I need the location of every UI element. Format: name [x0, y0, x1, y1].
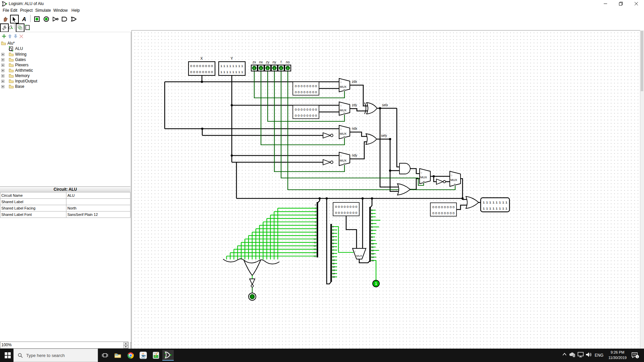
control-pin-no[interactable]: no0 [285, 60, 291, 71]
tree-item-plexers[interactable]: Plexers [1, 62, 29, 68]
control-pin-zy[interactable]: zy0 [265, 60, 271, 71]
constant-block[interactable]: 0 0 0 0 0 0 0 0 0 0 0 0 0 0 0 0 [293, 82, 319, 95]
onedrive-cloud-icon[interactable] [569, 352, 576, 357]
output-display[interactable]: 1 1 1 1 1 1 1 1 1 1 1 1 1 1 1 1 [481, 198, 509, 212]
menu-window[interactable]: Window [52, 8, 69, 13]
property-row[interactable]: Shared Label Facing North [0, 205, 130, 212]
speaker-icon[interactable] [586, 352, 592, 357]
current-circuit-icon [8, 46, 14, 51]
property-value[interactable]: North [66, 205, 130, 212]
scrollbar-thumb[interactable] [641, 31, 643, 91]
property-value[interactable] [66, 199, 130, 205]
and-gate[interactable] [399, 163, 410, 174]
not-gate-ndx[interactable] [323, 133, 333, 138]
bus-wires[interactable] [165, 75, 481, 284]
restore-button[interactable] [613, 0, 629, 7]
view-appearance-button[interactable] [23, 23, 32, 32]
x-input-pin[interactable]: X 0 0 0 0 0 0 0 0 0 0 0 0 0 0 0 0 [189, 56, 215, 75]
menu-edit[interactable]: Edit [9, 8, 18, 13]
expander-icon[interactable] [1, 69, 4, 72]
control-pin-value[interactable]: 0 [260, 67, 262, 70]
logisim-app-button[interactable] [162, 350, 174, 361]
chrome-button[interactable] [125, 350, 136, 361]
expander-icon[interactable] [1, 58, 4, 61]
x-bits-low: 0 0 0 0 0 0 0 0 [190, 70, 213, 74]
constant-block[interactable]: 0 0 0 0 0 0 0 0 0 0 0 0 0 0 0 0 [430, 203, 457, 216]
property-row[interactable]: Circuit Name ALU [0, 192, 130, 199]
menu-file[interactable]: File [2, 8, 10, 13]
tree-item-memory[interactable]: Memory [1, 73, 30, 78]
control-pin-ny[interactable]: ny0 [271, 60, 277, 71]
expander-icon[interactable] [1, 53, 4, 56]
control-pin-nx[interactable]: nx0 [258, 60, 264, 71]
add-not-gate-button[interactable] [52, 15, 60, 23]
constant-block[interactable]: 0 0 0 0 0 0 0 0 0 0 0 0 0 0 0 0 [293, 105, 319, 119]
tree-item-wiring[interactable]: Wiring [1, 52, 26, 57]
control-pin-label: zx [253, 60, 256, 64]
tree-item-arithmetic[interactable]: Arithmetic [1, 68, 33, 73]
zero-flag-gates[interactable]: 0 [223, 259, 279, 300]
start-button[interactable] [5, 352, 11, 358]
mux-down[interactable]: 0 MUX [353, 248, 366, 259]
tree-item-base[interactable]: Base [1, 84, 24, 89]
expander-icon[interactable] [1, 64, 4, 67]
property-row[interactable]: Shared Label Font SansSerif Plain 12 [0, 212, 130, 218]
svg-text:MUX: MUX [340, 109, 346, 112]
mux-f[interactable]: 0 MUX [420, 169, 430, 184]
control-pin-value[interactable]: 0 [273, 67, 275, 70]
control-pin-zx[interactable]: zx0 [251, 60, 257, 71]
menu-help[interactable]: Help [70, 8, 81, 13]
poke-tool-button[interactable] [1, 15, 9, 23]
minimize-button[interactable] [598, 0, 613, 7]
java-button[interactable] [138, 350, 149, 361]
zoom-value[interactable]: 100% [1, 343, 12, 347]
not-gate[interactable] [436, 179, 446, 184]
tree-root-project[interactable]: Alu* [1, 41, 15, 46]
close-button[interactable] [629, 0, 644, 7]
network-icon[interactable] [578, 352, 584, 357]
zoom-spinner[interactable] [123, 342, 128, 348]
add-input-pin-button[interactable] [33, 15, 41, 23]
control-pins[interactable]: zx0nx0zy0ny0f0no0 [251, 60, 291, 71]
add-and-gate-button[interactable] [60, 15, 68, 23]
control-pin-value[interactable]: 0 [280, 67, 282, 70]
control-pin-value[interactable]: 0 [253, 67, 255, 70]
control-pin-value[interactable]: 0 [267, 67, 268, 70]
file-explorer-button[interactable] [112, 350, 123, 361]
language-indicator[interactable]: ENG [595, 353, 603, 358]
y-input-pin[interactable]: Y 1 1 1 1 1 1 1 1 1 1 1 1 1 1 1 1 [219, 56, 245, 75]
notification-center-icon[interactable]: 1 [631, 352, 639, 359]
text-tool-button[interactable]: A [20, 15, 28, 23]
property-value[interactable]: ALU [66, 192, 130, 199]
mux-no[interactable]: 0 MUX [450, 171, 461, 186]
tree-item-alu[interactable]: ALU [8, 46, 23, 51]
tray-time[interactable]: 9:26 PM [608, 350, 627, 354]
expander-icon[interactable] [1, 80, 4, 83]
tray-chevron-icon[interactable] [562, 353, 567, 356]
expander-icon[interactable] [1, 85, 4, 88]
logisim-file-button[interactable] [150, 350, 162, 361]
control-pin-f[interactable]: f0 [278, 60, 284, 71]
property-value[interactable]: SansSerif Plain 12 [66, 212, 130, 218]
task-view-button[interactable] [99, 350, 111, 361]
panel-separator[interactable] [131, 32, 131, 349]
circuit-canvas[interactable]: 0001112223334445556667778889991010101111… [131, 30, 640, 349]
menu-project[interactable]: Project [19, 8, 34, 13]
edit-appearance-button[interactable] [7, 23, 15, 32]
select-tool-button[interactable] [10, 15, 19, 23]
property-row[interactable]: Shared Label [0, 199, 130, 205]
or-gate-output[interactable] [466, 196, 479, 208]
taskbar-search[interactable]: Type here to search [13, 349, 98, 362]
tray-date[interactable]: 11/30/2019 [606, 356, 629, 360]
tree-item-input-output[interactable]: Input/Output [1, 78, 37, 84]
menu-simulate[interactable]: Simulate [34, 8, 52, 13]
tree-item-gates[interactable]: Gates [1, 57, 26, 62]
add-or-gate-button[interactable] [70, 15, 78, 23]
expander-icon[interactable] [1, 74, 4, 77]
or-gate[interactable] [397, 184, 410, 195]
add-output-pin-button[interactable] [42, 15, 50, 23]
control-pin-value[interactable]: 0 [287, 67, 288, 70]
out-bit-pin[interactable]: 1 [373, 280, 379, 287]
constant-block[interactable]: 0 0 0 0 0 0 0 0 0 0 0 0 0 0 0 0 [333, 202, 359, 216]
not-gate-ndy[interactable] [323, 160, 333, 165]
